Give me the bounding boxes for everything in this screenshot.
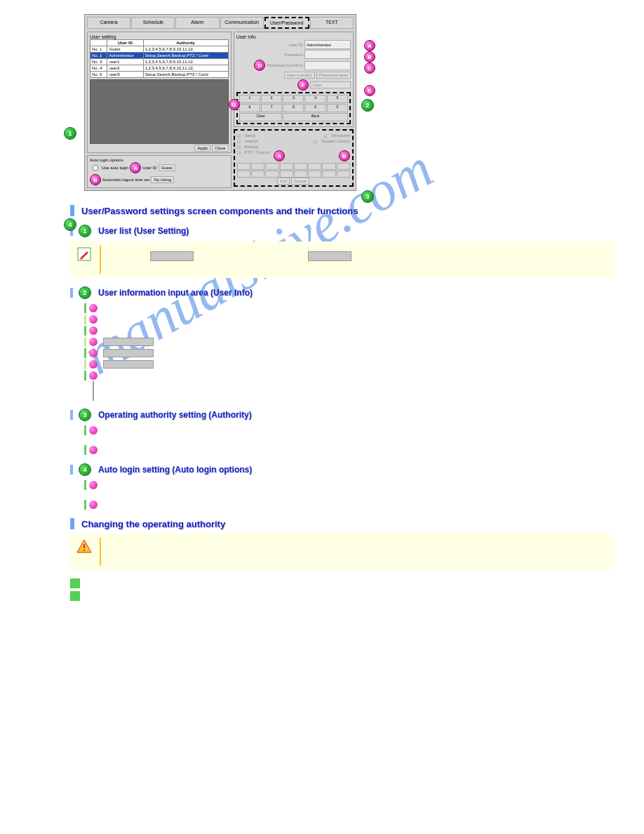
confirm-field[interactable]	[304, 61, 351, 70]
cam-cell[interactable]	[280, 171, 293, 178]
bar-icon	[70, 205, 74, 216]
auth-backup[interactable]: Backup	[245, 145, 259, 150]
bar-icon	[84, 348, 86, 358]
user-modify-button[interactable]: User (modify)	[284, 72, 315, 79]
auth-shutdown[interactable]: Shutdown	[331, 133, 350, 138]
callout-G: G	[229, 99, 240, 110]
edit-icon	[76, 246, 93, 263]
cam-cell[interactable]	[308, 171, 321, 178]
cam-cell[interactable]	[251, 163, 264, 170]
cell-id: user1	[107, 59, 143, 65]
autologin-userid-field[interactable]: Guest	[159, 164, 175, 171]
cam-cell[interactable]	[308, 163, 321, 170]
callout-3: 3	[361, 190, 374, 203]
full-button[interactable]: Full	[277, 178, 290, 185]
cam-cell[interactable]	[251, 171, 264, 178]
svg-rect-2	[83, 544, 85, 548]
key-3[interactable]: 3	[283, 95, 304, 103]
tabs: Camera Schedule Alarm Communication User…	[87, 17, 354, 29]
table-row[interactable]: No. 1Guest1,2,3,4,5,6,7,8,9,10,11,12,	[90, 46, 229, 53]
auth-setup[interactable]: Setup	[245, 133, 256, 138]
authority-panel: ☑Setup☑Shutdown ☑Search☑System Control ☑…	[234, 129, 354, 187]
placeholder-field	[93, 381, 94, 391]
key-9[interactable]: 9	[304, 104, 326, 112]
callout-A: A	[130, 162, 141, 173]
note-divider	[100, 538, 101, 566]
section-5-text: Changing the operating authority	[81, 519, 225, 529]
autologin-timeout-field[interactable]: No Using	[151, 176, 174, 183]
user-setting-panel: User setting User ID Authority No. 1Gues…	[87, 32, 232, 153]
table-row[interactable]: No. 3user11,2,3,4,5,6,7,8,9,10,11,12,	[90, 59, 229, 65]
cell-id: Guest	[107, 46, 143, 53]
cell-auth: 1,2,3,4,5,6,7,8,9,10,11,12,	[143, 46, 228, 53]
password-reset-button[interactable]: Password reset	[316, 72, 351, 79]
bar-icon	[84, 326, 86, 336]
placeholder-field	[103, 360, 154, 369]
user-table[interactable]: User ID Authority No. 1Guest1,2,3,4,5,6,…	[90, 39, 229, 78]
badge-4: 4	[79, 463, 91, 476]
tab-communication[interactable]: Communication	[220, 17, 264, 29]
callout-1: 1	[64, 127, 76, 140]
tab-camera[interactable]: Camera	[87, 17, 130, 29]
autologin-timeout-label: Automatic logout time set	[102, 178, 149, 182]
bullet-dot	[89, 304, 98, 312]
tab-text[interactable]: TEXT	[310, 17, 354, 29]
autologin-userid-label: User ID	[142, 166, 156, 170]
key-back[interactable]: Back	[283, 113, 348, 121]
callout-D: D	[254, 60, 265, 71]
key-6[interactable]: 6	[239, 104, 260, 112]
cancel-button[interactable]: Cancel	[291, 178, 310, 185]
key-2[interactable]: 2	[261, 95, 282, 103]
tab-schedule[interactable]: Schedule	[131, 17, 175, 29]
bullet-dot	[89, 315, 98, 324]
table-row[interactable]: No. 4user21,2,3,4,5,6,7,8,9,10,11,12,	[90, 65, 229, 72]
cam-cell[interactable]	[322, 171, 335, 178]
use-auto-login-checkbox[interactable]	[93, 165, 98, 171]
user-setting-label: User setting	[90, 34, 229, 39]
cam-cell[interactable]	[294, 163, 307, 170]
step-marker	[70, 591, 80, 601]
cam-cell[interactable]	[294, 171, 307, 178]
key-1[interactable]: 1	[239, 95, 260, 103]
callout-Ao: A	[364, 40, 375, 51]
userid-field[interactable]	[304, 40, 351, 49]
app-screenshot: Camera Schedule Alarm Communication User…	[84, 14, 356, 191]
cam-cell[interactable]	[280, 163, 293, 170]
key-7[interactable]: 7	[261, 104, 282, 112]
cell-id: Administrator	[107, 53, 143, 59]
password-field[interactable]	[304, 50, 351, 59]
tab-alarm[interactable]: Alarm	[175, 17, 219, 29]
cell-id: user2	[107, 65, 143, 72]
cam-cell[interactable]	[337, 163, 350, 170]
table-row[interactable]: No. 2AdministratorSetup,Search,Backup,PT…	[90, 53, 229, 59]
bar-icon	[84, 500, 86, 510]
main-heading-text: User/Password settings screen components…	[81, 206, 358, 216]
close-button[interactable]: Close	[212, 145, 228, 152]
main-heading: User/Password settings screen components…	[70, 205, 644, 216]
auth-search[interactable]: Search	[245, 139, 258, 144]
table-row[interactable]: No. 5user3Setup,Search,Backup,PTZ / Cont…	[90, 72, 229, 78]
cam-cell[interactable]	[337, 171, 350, 178]
apply-button[interactable]: Apply	[194, 145, 210, 152]
tab-user-password[interactable]: User/Password	[264, 17, 309, 29]
camera-grid	[237, 163, 350, 178]
key-clear[interactable]: Clear	[239, 113, 283, 121]
section-4-heading: 4 Auto login setting (Auto login options…	[70, 463, 644, 476]
key-4[interactable]: 4	[304, 95, 326, 103]
key-0[interactable]: 0	[327, 104, 348, 112]
col-authority: Authority	[143, 40, 228, 46]
cam-cell[interactable]	[322, 163, 335, 170]
auth-ptz-control[interactable]: PTZ / Control	[245, 150, 270, 161]
key-5[interactable]: 5	[327, 95, 348, 103]
bar-icon	[84, 445, 86, 455]
user-dropdown[interactable]: User	[310, 81, 351, 88]
auth-system-control[interactable]: System Control	[321, 139, 350, 144]
cam-cell[interactable]	[265, 171, 279, 178]
cam-cell[interactable]	[265, 163, 279, 170]
cam-cell[interactable]	[237, 163, 250, 170]
table-blank-area	[90, 79, 229, 144]
section-3-text: Operating authority setting (Authority)	[98, 410, 252, 420]
bar-icon	[70, 288, 73, 298]
key-8[interactable]: 8	[283, 104, 304, 112]
cam-cell[interactable]	[237, 171, 250, 178]
